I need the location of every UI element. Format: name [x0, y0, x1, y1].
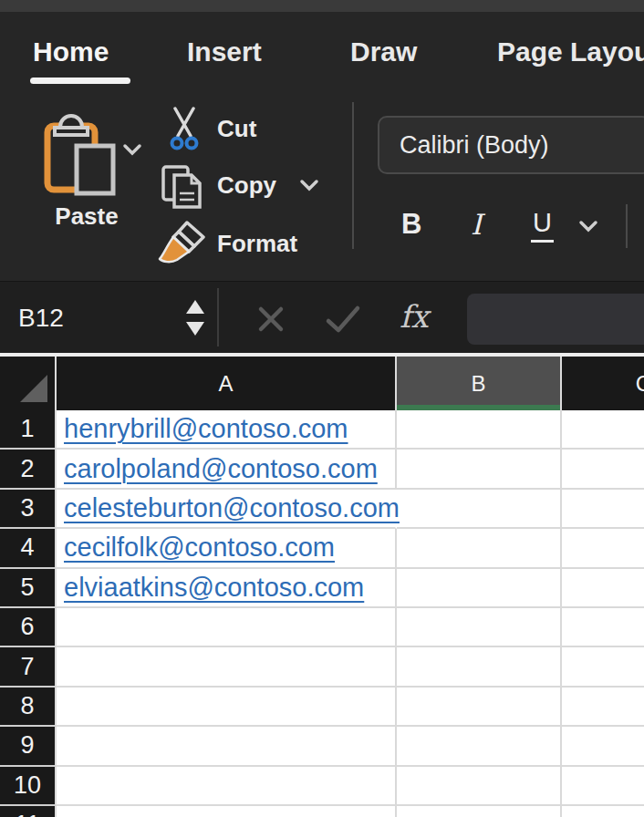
cell-a9[interactable] [57, 727, 397, 766]
paste-dropdown-chevron-icon[interactable] [122, 143, 142, 156]
cell-hyperlink[interactable]: cecilfolk@contoso.com [64, 533, 335, 563]
paste-button[interactable]: Paste [40, 202, 133, 231]
table-row: 9 [0, 727, 644, 766]
table-row: 7 [0, 647, 644, 687]
row-header[interactable]: 2 [0, 450, 57, 489]
cell-b9[interactable] [397, 727, 562, 766]
font-name-select[interactable]: Calibri (Body) [378, 116, 644, 174]
cell-b2[interactable] [397, 450, 562, 489]
cell-a3[interactable]: celesteburton@contoso.com [57, 490, 397, 529]
cancel-icon[interactable] [257, 305, 285, 333]
cell-hyperlink[interactable]: celesteburton@contoso.com [64, 493, 400, 523]
table-row: 3celesteburton@contoso.com [0, 490, 644, 529]
column-header-a[interactable]: A [57, 357, 397, 410]
table-row: 6 [0, 608, 644, 647]
cell-hyperlink[interactable]: elviaatkins@contoso.com [64, 573, 364, 603]
name-box-spinner-up-icon[interactable] [186, 300, 204, 314]
table-row: 4cecilfolk@contoso.com [0, 529, 644, 568]
cell-a5[interactable]: elviaatkins@contoso.com [57, 569, 397, 608]
ribbon-group-divider [626, 204, 628, 248]
table-row: 2carolpoland@contoso.com [0, 450, 644, 489]
cell-b10[interactable] [397, 767, 562, 806]
cell-a2[interactable]: carolpoland@contoso.com [57, 450, 397, 489]
grid-rows: 1henrybrill@contoso.com2carolpoland@cont… [0, 410, 644, 817]
name-box-spinner-down-icon[interactable] [186, 322, 204, 336]
cell-b5[interactable] [397, 569, 562, 608]
cell-c5[interactable] [562, 569, 644, 608]
row-header[interactable]: 6 [0, 608, 57, 647]
cell-b3[interactable] [397, 490, 562, 529]
table-row: 5elviaatkins@contoso.com [0, 569, 644, 608]
cell-c4[interactable] [562, 529, 644, 568]
copy-dropdown-chevron-icon[interactable] [299, 179, 319, 191]
cell-c10[interactable] [562, 767, 644, 806]
format-painter-icon[interactable] [157, 220, 206, 265]
formula-bar-divider [217, 288, 219, 346]
tab-draw[interactable]: Draw [350, 36, 417, 67]
row-header[interactable]: 3 [0, 490, 57, 529]
row-header[interactable]: 1 [0, 410, 57, 450]
copy-button[interactable]: Copy [217, 171, 276, 200]
table-row: 1henrybrill@contoso.com [0, 410, 644, 450]
ribbon-group-divider [352, 102, 354, 249]
column-header-c[interactable]: C [562, 357, 644, 410]
table-row: 8 [0, 688, 644, 727]
cut-button[interactable]: Cut [217, 115, 256, 143]
cell-b1[interactable] [397, 410, 562, 450]
cell-b4[interactable] [397, 529, 562, 568]
formula-input[interactable] [467, 294, 644, 345]
cell-a6[interactable] [57, 608, 397, 647]
insert-function-icon[interactable]: fx [400, 282, 429, 354]
tab-home[interactable]: Home [33, 36, 109, 67]
name-box[interactable]: B12 [18, 282, 64, 354]
copy-icon[interactable] [161, 164, 204, 210]
cell-a10[interactable] [57, 767, 397, 806]
paste-icon[interactable] [42, 111, 117, 197]
cell-b7[interactable] [397, 647, 562, 687]
column-headers: A B C [0, 357, 644, 410]
cell-a1[interactable]: henrybrill@contoso.com [57, 410, 397, 450]
cell-c7[interactable] [562, 647, 644, 687]
cell-c1[interactable] [562, 410, 644, 450]
row-header[interactable]: 11 [0, 806, 57, 817]
tab-page-layout[interactable]: Page Layout [497, 36, 644, 67]
cell-hyperlink[interactable]: carolpoland@contoso.com [64, 454, 378, 484]
cell-a4[interactable]: cecilfolk@contoso.com [57, 529, 397, 568]
confirm-check-icon[interactable] [325, 305, 361, 334]
cell-c2[interactable] [562, 450, 644, 489]
cell-a7[interactable] [57, 647, 397, 687]
select-all-triangle-icon [20, 375, 47, 402]
cell-a8[interactable] [57, 688, 397, 727]
cell-c11[interactable] [562, 806, 644, 817]
bold-button[interactable]: B [401, 208, 421, 241]
window-top-strip [0, 0, 644, 12]
cell-c3[interactable] [562, 490, 644, 529]
tab-insert[interactable]: Insert [187, 36, 262, 67]
spreadsheet-grid: A B C 1henrybrill@contoso.com2carolpolan… [0, 353, 644, 817]
format-button[interactable]: Format [217, 230, 297, 258]
row-header[interactable]: 8 [0, 688, 57, 727]
row-header[interactable]: 4 [0, 529, 57, 568]
select-all-corner[interactable] [0, 357, 57, 410]
cell-c6[interactable] [562, 608, 644, 647]
row-header[interactable]: 5 [0, 569, 57, 608]
underline-dropdown-chevron-icon[interactable] [578, 220, 598, 233]
cut-icon[interactable] [170, 107, 199, 152]
underline-button[interactable]: U [531, 208, 554, 243]
cell-c8[interactable] [562, 688, 644, 727]
cell-c9[interactable] [562, 727, 644, 766]
table-row: 10 [0, 767, 644, 806]
cell-a11[interactable] [57, 806, 397, 817]
row-header[interactable]: 9 [0, 727, 57, 766]
row-header[interactable]: 7 [0, 647, 57, 687]
table-row: 11 [0, 806, 644, 817]
column-header-b[interactable]: B [397, 357, 562, 410]
active-tab-underline [30, 78, 130, 84]
cell-hyperlink[interactable]: henrybrill@contoso.com [64, 414, 348, 444]
cell-b11[interactable] [397, 806, 562, 817]
row-header[interactable]: 10 [0, 767, 57, 806]
cell-b8[interactable] [397, 688, 562, 727]
italic-button[interactable]: I [471, 208, 482, 241]
cell-b6[interactable] [397, 608, 562, 647]
formula-bar: B12 fx [0, 281, 644, 353]
